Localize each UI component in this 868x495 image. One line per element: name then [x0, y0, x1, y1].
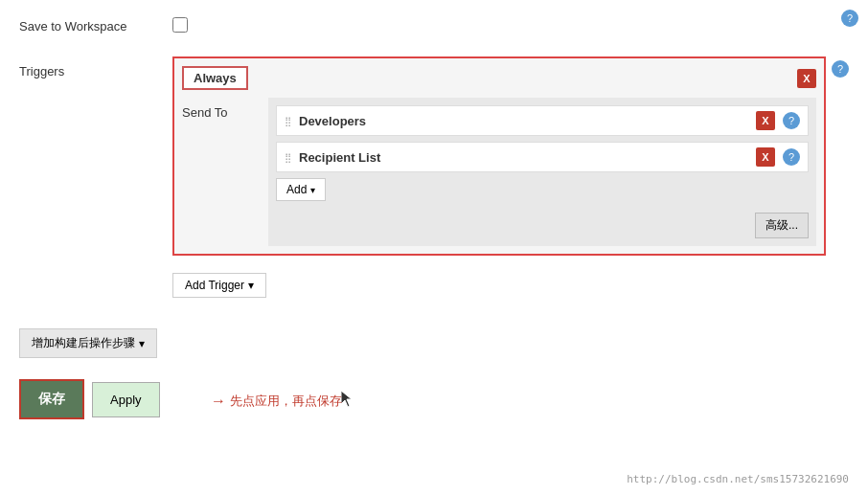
- post-build-chevron-icon: ▾: [139, 337, 145, 350]
- annotation-arrow: → 先点应用，再点保存: [211, 393, 342, 410]
- triggers-area: Always X Send To ⣿ Developers: [172, 56, 849, 298]
- recipient-name-recipient-list: Recipient List: [299, 150, 756, 165]
- send-to-area: ⣿ Developers X ?: [268, 98, 816, 246]
- footer-row: 保存 Apply → 先点应用，再点保存: [19, 379, 849, 419]
- drag-handle-recipient-list: ⣿: [285, 152, 291, 163]
- recipient-list-help-icon[interactable]: ?: [783, 148, 800, 166]
- triggers-row: Triggers Always X Send To: [19, 51, 849, 304]
- save-btn[interactable]: 保存: [19, 379, 84, 419]
- add-recipient-btn[interactable]: Add ▾: [276, 178, 326, 201]
- trigger-remove-btn[interactable]: X: [797, 69, 816, 88]
- trigger-always-label: Always: [182, 66, 248, 90]
- watermark: http://blog.csdn.net/sms15732621690: [627, 473, 849, 485]
- apply-btn[interactable]: Apply: [92, 382, 160, 417]
- advanced-btn[interactable]: 高级...: [755, 213, 809, 238]
- save-to-workspace-checkbox[interactable]: [172, 17, 188, 33]
- drag-handle-developers: ⣿: [285, 116, 291, 126]
- add-chevron-icon: ▾: [310, 185, 315, 195]
- send-to-wrapper: Send To ⣿ Developers X ?: [182, 98, 816, 246]
- save-to-workspace-label: Save to Workspace: [19, 15, 172, 34]
- trigger-block-wrapper: Always X Send To ⣿ Developers: [172, 56, 849, 265]
- send-to-label: Send To: [182, 98, 249, 120]
- add-trigger-chevron-icon: ▾: [248, 279, 254, 292]
- add-trigger-btn[interactable]: Add Trigger ▾: [172, 273, 266, 298]
- post-build-btn[interactable]: 增加构建后操作步骤 ▾: [19, 328, 157, 358]
- annotation-text: 先点应用，再点保存: [230, 393, 342, 410]
- save-to-workspace-control: [172, 15, 849, 33]
- remove-developers-btn[interactable]: X: [756, 111, 775, 130]
- trigger-block: Always X Send To ⣿ Developers: [172, 56, 826, 256]
- save-to-workspace-row: Save to Workspace: [19, 10, 849, 39]
- trigger-header: Always X: [182, 66, 816, 90]
- triggers-label: Triggers: [19, 56, 172, 79]
- developers-help-icon[interactable]: ?: [783, 112, 800, 129]
- recipient-row-recipient-list: ⣿ Recipient List X ?: [276, 142, 809, 172]
- recipient-row-developers: ⣿ Developers X ?: [276, 105, 809, 136]
- post-build-row: 增加构建后操作步骤 ▾: [19, 323, 849, 364]
- recipient-name-developers: Developers: [299, 114, 756, 128]
- top-help-icon[interactable]: ?: [841, 10, 858, 27]
- add-trigger-row: Add Trigger ▾: [172, 273, 849, 298]
- remove-recipient-list-btn[interactable]: X: [756, 147, 775, 167]
- trigger-help-icon[interactable]: ?: [832, 60, 849, 78]
- main-container: ? Save to Workspace Triggers Always X: [0, 0, 868, 495]
